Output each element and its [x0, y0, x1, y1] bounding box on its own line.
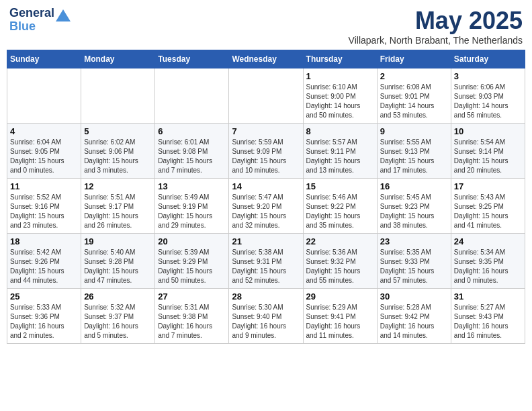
day-info: Sunrise: 5:36 AM Sunset: 9:32 PM Dayligh…	[306, 248, 374, 285]
calendar-cell	[229, 68, 303, 124]
day-info: Sunrise: 6:10 AM Sunset: 9:00 PM Dayligh…	[306, 83, 374, 120]
day-number: 20	[158, 236, 226, 246]
day-info: Sunrise: 6:02 AM Sunset: 9:06 PM Dayligh…	[84, 138, 152, 175]
day-info: Sunrise: 5:28 AM Sunset: 9:42 PM Dayligh…	[380, 303, 448, 340]
day-info: Sunrise: 5:55 AM Sunset: 9:13 PM Dayligh…	[380, 138, 448, 175]
day-info: Sunrise: 5:47 AM Sunset: 9:20 PM Dayligh…	[232, 193, 300, 230]
calendar-cell: 14Sunrise: 5:47 AM Sunset: 9:20 PM Dayli…	[229, 179, 303, 234]
day-info: Sunrise: 5:30 AM Sunset: 9:40 PM Dayligh…	[232, 303, 300, 340]
calendar-body: 1Sunrise: 6:10 AM Sunset: 9:00 PM Daylig…	[7, 68, 525, 344]
day-number: 29	[306, 291, 374, 302]
calendar-cell: 22Sunrise: 5:36 AM Sunset: 9:32 PM Dayli…	[303, 234, 377, 289]
day-info: Sunrise: 5:43 AM Sunset: 9:25 PM Dayligh…	[454, 193, 522, 230]
calendar-cell: 29Sunrise: 5:29 AM Sunset: 9:41 PM Dayli…	[303, 289, 377, 344]
calendar-cell: 12Sunrise: 5:51 AM Sunset: 9:17 PM Dayli…	[81, 179, 155, 234]
logo: GeneralBlue	[9, 7, 71, 34]
calendar-cell: 4Sunrise: 6:04 AM Sunset: 9:05 PM Daylig…	[7, 124, 81, 179]
day-info: Sunrise: 5:33 AM Sunset: 9:36 PM Dayligh…	[10, 303, 78, 340]
day-number: 26	[84, 291, 152, 302]
calendar-cell: 10Sunrise: 5:54 AM Sunset: 9:14 PM Dayli…	[451, 124, 525, 179]
day-number: 30	[380, 291, 448, 302]
calendar-cell: 30Sunrise: 5:28 AM Sunset: 9:42 PM Dayli…	[377, 289, 451, 344]
calendar-cell: 1Sunrise: 6:10 AM Sunset: 9:00 PM Daylig…	[303, 68, 377, 124]
calendar-cell	[7, 68, 81, 124]
weekday-header-cell: Tuesday	[155, 50, 229, 68]
day-number: 2	[380, 71, 448, 81]
day-number: 31	[454, 291, 522, 302]
day-number: 7	[232, 126, 300, 136]
day-number: 18	[10, 236, 78, 246]
calendar-cell: 15Sunrise: 5:46 AM Sunset: 9:22 PM Dayli…	[303, 179, 377, 234]
logo-icon	[56, 9, 71, 21]
day-info: Sunrise: 5:29 AM Sunset: 9:41 PM Dayligh…	[306, 303, 374, 340]
day-info: Sunrise: 6:04 AM Sunset: 9:05 PM Dayligh…	[10, 138, 78, 175]
day-info: Sunrise: 5:38 AM Sunset: 9:31 PM Dayligh…	[232, 248, 300, 285]
day-number: 22	[306, 236, 374, 246]
day-number: 11	[10, 181, 78, 191]
calendar-cell: 27Sunrise: 5:31 AM Sunset: 9:38 PM Dayli…	[155, 289, 229, 344]
calendar-cell: 8Sunrise: 5:57 AM Sunset: 9:11 PM Daylig…	[303, 124, 377, 179]
day-number: 4	[10, 126, 78, 136]
day-number: 1	[306, 71, 374, 81]
weekday-header-cell: Monday	[81, 50, 155, 68]
day-number: 21	[232, 236, 300, 246]
calendar-cell: 19Sunrise: 5:40 AM Sunset: 9:28 PM Dayli…	[81, 234, 155, 289]
svg-marker-0	[56, 9, 71, 21]
calendar-cell: 28Sunrise: 5:30 AM Sunset: 9:40 PM Dayli…	[229, 289, 303, 344]
title-block: May 2025 Villapark, North Brabant, The N…	[349, 7, 523, 46]
day-number: 8	[306, 126, 374, 136]
calendar-cell: 24Sunrise: 5:34 AM Sunset: 9:35 PM Dayli…	[451, 234, 525, 289]
weekday-header-cell: Thursday	[303, 50, 377, 68]
day-number: 15	[306, 181, 374, 191]
day-info: Sunrise: 5:39 AM Sunset: 9:29 PM Dayligh…	[158, 248, 226, 285]
day-number: 27	[158, 291, 226, 302]
day-number: 12	[84, 181, 152, 191]
calendar-cell: 9Sunrise: 5:55 AM Sunset: 9:13 PM Daylig…	[377, 124, 451, 179]
day-info: Sunrise: 6:01 AM Sunset: 9:08 PM Dayligh…	[158, 138, 226, 175]
day-number: 23	[380, 236, 448, 246]
calendar-week-row: 18Sunrise: 5:42 AM Sunset: 9:26 PM Dayli…	[7, 234, 525, 289]
calendar-cell: 20Sunrise: 5:39 AM Sunset: 9:29 PM Dayli…	[155, 234, 229, 289]
day-info: Sunrise: 5:52 AM Sunset: 9:16 PM Dayligh…	[10, 193, 78, 230]
month-title: May 2025	[349, 7, 523, 35]
calendar-week-row: 4Sunrise: 6:04 AM Sunset: 9:05 PM Daylig…	[7, 124, 525, 179]
day-info: Sunrise: 5:34 AM Sunset: 9:35 PM Dayligh…	[454, 248, 522, 285]
day-info: Sunrise: 5:31 AM Sunset: 9:38 PM Dayligh…	[158, 303, 226, 340]
day-info: Sunrise: 5:49 AM Sunset: 9:19 PM Dayligh…	[158, 193, 226, 230]
weekday-header-cell: Wednesday	[229, 50, 303, 68]
weekday-header-cell: Sunday	[7, 50, 81, 68]
calendar-week-row: 11Sunrise: 5:52 AM Sunset: 9:16 PM Dayli…	[7, 179, 525, 234]
day-number: 10	[454, 126, 522, 136]
calendar-week-row: 25Sunrise: 5:33 AM Sunset: 9:36 PM Dayli…	[7, 289, 525, 344]
day-info: Sunrise: 5:32 AM Sunset: 9:37 PM Dayligh…	[84, 303, 152, 340]
day-number: 28	[232, 291, 300, 302]
day-number: 6	[158, 126, 226, 136]
day-info: Sunrise: 5:40 AM Sunset: 9:28 PM Dayligh…	[84, 248, 152, 285]
day-number: 24	[454, 236, 522, 246]
calendar-cell: 3Sunrise: 6:06 AM Sunset: 9:03 PM Daylig…	[451, 68, 525, 124]
day-number: 5	[84, 126, 152, 136]
weekday-header-row: SundayMondayTuesdayWednesdayThursdayFrid…	[7, 50, 525, 68]
weekday-header-cell: Friday	[377, 50, 451, 68]
calendar-cell: 17Sunrise: 5:43 AM Sunset: 9:25 PM Dayli…	[451, 179, 525, 234]
day-info: Sunrise: 5:57 AM Sunset: 9:11 PM Dayligh…	[306, 138, 374, 175]
logo-text: GeneralBlue	[9, 7, 54, 34]
day-number: 14	[232, 181, 300, 191]
day-info: Sunrise: 6:08 AM Sunset: 9:01 PM Dayligh…	[380, 83, 448, 120]
day-info: Sunrise: 5:35 AM Sunset: 9:33 PM Dayligh…	[380, 248, 448, 285]
calendar-cell: 7Sunrise: 5:59 AM Sunset: 9:09 PM Daylig…	[229, 124, 303, 179]
day-info: Sunrise: 5:45 AM Sunset: 9:23 PM Dayligh…	[380, 193, 448, 230]
calendar-week-row: 1Sunrise: 6:10 AM Sunset: 9:00 PM Daylig…	[7, 68, 525, 124]
day-info: Sunrise: 5:54 AM Sunset: 9:14 PM Dayligh…	[454, 138, 522, 175]
calendar-cell: 25Sunrise: 5:33 AM Sunset: 9:36 PM Dayli…	[7, 289, 81, 344]
day-info: Sunrise: 5:42 AM Sunset: 9:26 PM Dayligh…	[10, 248, 78, 285]
calendar-cell	[155, 68, 229, 124]
day-info: Sunrise: 5:59 AM Sunset: 9:09 PM Dayligh…	[232, 138, 300, 175]
day-number: 16	[380, 181, 448, 191]
page-header: GeneralBlue May 2025 Villapark, North Br…	[7, 7, 525, 46]
calendar-cell: 2Sunrise: 6:08 AM Sunset: 9:01 PM Daylig…	[377, 68, 451, 124]
calendar-cell: 23Sunrise: 5:35 AM Sunset: 9:33 PM Dayli…	[377, 234, 451, 289]
day-number: 9	[380, 126, 448, 136]
day-info: Sunrise: 5:27 AM Sunset: 9:43 PM Dayligh…	[454, 303, 522, 340]
calendar-cell: 16Sunrise: 5:45 AM Sunset: 9:23 PM Dayli…	[377, 179, 451, 234]
